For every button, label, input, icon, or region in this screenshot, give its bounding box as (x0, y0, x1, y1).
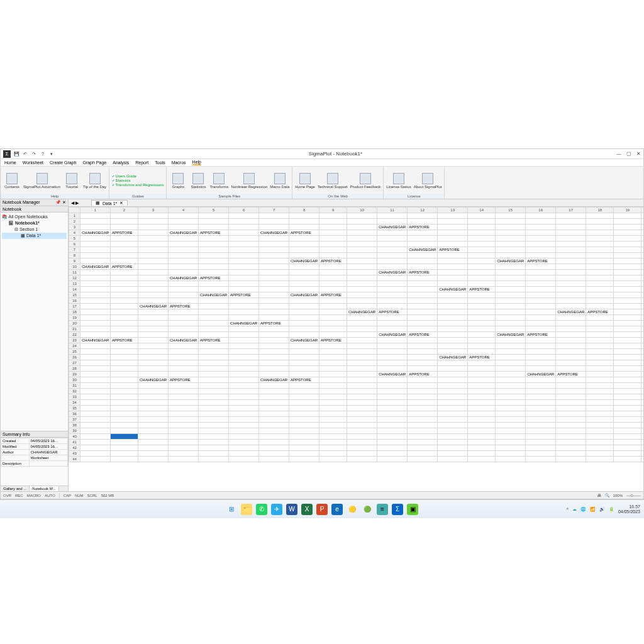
cell[interactable] (111, 236, 138, 242)
cell[interactable] (199, 394, 229, 400)
cell[interactable] (138, 309, 169, 315)
row-header[interactable]: 43 (69, 451, 80, 457)
cell[interactable] (229, 411, 259, 417)
cell[interactable] (586, 343, 614, 349)
cell[interactable] (138, 355, 169, 360)
row-header[interactable]: 2 (69, 219, 80, 225)
cell[interactable] (438, 377, 468, 383)
cell[interactable] (377, 298, 408, 304)
cell[interactable] (526, 304, 556, 309)
cell[interactable] (289, 287, 319, 292)
cell[interactable] (259, 355, 289, 360)
cell[interactable] (377, 219, 408, 225)
cell[interactable] (347, 389, 377, 394)
cell[interactable] (556, 383, 586, 389)
row-header[interactable]: 4 (69, 230, 80, 236)
cell[interactable] (169, 309, 199, 315)
cell[interactable] (111, 411, 138, 417)
cell[interactable] (199, 253, 229, 258)
cell[interactable] (169, 247, 199, 253)
cell[interactable] (347, 457, 377, 462)
cell[interactable] (347, 355, 377, 360)
cell[interactable] (526, 445, 556, 451)
cell[interactable] (229, 428, 259, 434)
row-header[interactable]: 3 (69, 225, 80, 230)
contents-button[interactable]: Contents (3, 168, 21, 193)
cell[interactable] (641, 258, 643, 264)
tree-all-open[interactable]: 📚 All Open Notebooks (2, 214, 67, 220)
cell[interactable] (111, 247, 138, 253)
cell[interactable] (259, 304, 289, 309)
maximize-button[interactable]: ▢ (626, 151, 631, 157)
cell[interactable] (526, 377, 556, 383)
cell[interactable] (319, 275, 347, 281)
cell[interactable] (80, 457, 111, 462)
cell[interactable] (556, 406, 586, 411)
cell[interactable] (80, 258, 111, 264)
cell[interactable] (556, 423, 586, 428)
cell[interactable] (438, 298, 468, 304)
cell[interactable] (438, 349, 468, 355)
row-header[interactable]: 34 (69, 400, 80, 406)
cell[interactable] (586, 315, 614, 321)
cell[interactable] (229, 383, 259, 389)
cell[interactable] (377, 434, 408, 440)
cell[interactable] (556, 411, 586, 417)
cell[interactable] (496, 440, 526, 445)
row-header[interactable]: 36 (69, 411, 80, 417)
cell[interactable] (138, 428, 169, 434)
tray-volume-icon[interactable]: 🔊 (599, 507, 605, 512)
cell[interactable] (468, 247, 496, 253)
cell[interactable] (229, 287, 259, 292)
cell[interactable] (496, 423, 526, 428)
cell[interactable] (377, 292, 408, 298)
zoom-slider[interactable]: —⊙—— (626, 493, 641, 497)
cell[interactable] (496, 406, 526, 411)
cell[interactable] (347, 304, 377, 309)
cell[interactable]: CHAHNGEGAR (289, 258, 319, 264)
cell[interactable] (496, 400, 526, 406)
cell[interactable] (259, 406, 289, 411)
cell[interactable] (347, 366, 377, 372)
cell[interactable] (641, 270, 643, 275)
cell[interactable] (614, 366, 641, 372)
cell[interactable] (526, 275, 556, 281)
row-header[interactable]: 7 (69, 247, 80, 253)
cell[interactable] (641, 434, 643, 440)
cell[interactable] (259, 315, 289, 321)
cell[interactable] (289, 394, 319, 400)
cell[interactable] (614, 298, 641, 304)
cell[interactable] (169, 394, 199, 400)
cell[interactable] (319, 372, 347, 377)
cell[interactable] (468, 411, 496, 417)
col-header[interactable]: 14 (468, 208, 496, 213)
cell[interactable]: CHAHNGEGAR (138, 377, 169, 383)
corner-cell[interactable] (69, 208, 80, 213)
cell[interactable] (614, 406, 641, 411)
cell[interactable] (229, 417, 259, 423)
cell[interactable] (556, 349, 586, 355)
cell[interactable] (468, 332, 496, 338)
notes-icon[interactable]: ≡ (377, 504, 388, 515)
cell[interactable] (496, 360, 526, 366)
cell[interactable] (138, 445, 169, 451)
cell[interactable] (377, 355, 408, 360)
cell[interactable] (347, 321, 377, 326)
cell[interactable] (229, 360, 259, 366)
cell[interactable] (111, 321, 138, 326)
cell[interactable] (438, 434, 468, 440)
cell[interactable] (169, 423, 199, 428)
telegram-icon[interactable]: ✈ (271, 504, 282, 515)
cell[interactable] (586, 366, 614, 372)
cell[interactable] (169, 400, 199, 406)
row-header[interactable]: 30 (69, 377, 80, 383)
cell[interactable] (80, 417, 111, 423)
cell[interactable] (468, 349, 496, 355)
cell[interactable] (111, 434, 138, 440)
cell[interactable] (199, 355, 229, 360)
license-status-button[interactable]: License Status (386, 168, 411, 193)
cell[interactable]: APPSTORE (229, 292, 259, 298)
cell[interactable] (169, 258, 199, 264)
cell[interactable] (377, 230, 408, 236)
cell[interactable] (496, 281, 526, 287)
